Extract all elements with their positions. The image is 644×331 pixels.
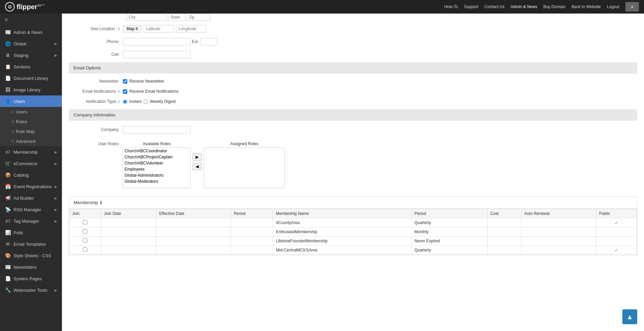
phone-input[interactable] <box>123 38 191 45</box>
sidebar-label-event-registrations: Event Registrations <box>14 184 52 189</box>
sidebar-item-rss-manager[interactable]: 📡 RSS Manager ▶ <box>0 204 62 215</box>
users-submenu: Users Roles Role Map Advanced <box>0 107 62 146</box>
nav-admin-news[interactable]: Admin & News <box>511 4 537 9</box>
remove-role-button[interactable]: ◀ <box>193 163 202 170</box>
email-options-section: Email Options Newsletter: Receive Newsle… <box>69 62 637 105</box>
table-row: Mid-CentralMCKSArea Quarterly ✓ <box>69 246 637 255</box>
membership-info-icon[interactable]: ℹ <box>100 200 102 205</box>
period2-1: Monthly <box>412 227 487 237</box>
sidebar-item-email-templates[interactable]: ✉ Email Templates <box>0 238 62 250</box>
public-1 <box>596 227 637 237</box>
roles-container: Available Roles ChurchABCCoordinator Chu… <box>123 141 285 188</box>
state-input[interactable] <box>168 14 185 21</box>
instant-radio[interactable] <box>123 100 127 104</box>
nav-logout[interactable]: Logout <box>607 4 619 9</box>
sidebar-item-membership[interactable]: 🏷 Membership ▶ <box>0 146 62 158</box>
nav-how-to[interactable]: How-To <box>444 4 458 9</box>
city-input[interactable] <box>126 14 167 21</box>
sidebar-item-tag-manager[interactable]: 🏷 Tag Manager ▶ <box>0 215 62 227</box>
top-nav-links: How-To Support Contact Us Admin & News B… <box>444 2 639 12</box>
sidebar-label-email-templates: Email Templates <box>14 242 46 247</box>
sidebar-item-system-pages[interactable]: 📄 System Pages <box>0 273 62 284</box>
notification-type-label: Notification Type: ℹ <box>69 99 123 104</box>
join-checkbox-0[interactable] <box>83 220 87 224</box>
tag-manager-icon: 🏷 <box>5 218 11 224</box>
back-to-top-button[interactable]: ▲ <box>622 309 637 324</box>
image-library-icon: 🖼 <box>5 87 11 92</box>
nav-support[interactable]: Support <box>464 4 478 9</box>
role-option[interactable]: ChurchABCProjectCaptain <box>123 154 190 160</box>
sidebar-item-ecommerce[interactable]: 🛒 eCommerce ▶ <box>0 158 62 169</box>
join-checkbox-3[interactable] <box>83 247 87 252</box>
zip-input[interactable] <box>186 14 210 21</box>
newsletter-label: Newsletter: <box>69 79 123 84</box>
dot-role-map <box>12 130 14 133</box>
user-avatar[interactable]: A <box>625 2 639 12</box>
company-section: Company Information Company: <box>69 109 637 135</box>
nav-buy-domain[interactable]: Buy Domain <box>543 4 565 9</box>
sidebar-item-document-library[interactable]: 📄 Document Library <box>0 72 62 84</box>
sidebar-sub-role-map[interactable]: Role Map <box>0 127 62 136</box>
weekly-digest-radio[interactable] <box>143 100 148 104</box>
sidebar-item-admin-news[interactable]: 📰 Admin & News <box>0 26 62 38</box>
sidebar-item-image-library[interactable]: 🖼 Image Library <box>0 84 62 95</box>
map-it-button[interactable]: Map It <box>123 25 141 32</box>
sidebar-item-catalog[interactable]: 📦 Catalog <box>0 169 62 181</box>
ext-input[interactable] <box>200 38 217 45</box>
users-icon: 👤 <box>5 98 11 104</box>
sidebar-item-style-sheets[interactable]: 🎨 Style Sheets - CSS <box>0 250 62 261</box>
period2-2: Never Expired <box>412 237 487 246</box>
cell-input[interactable] <box>123 51 191 58</box>
membership-name-3: Mid-CentralMCKSArea <box>273 246 412 255</box>
phone-inputs: Ext. <box>123 38 217 45</box>
role-option[interactable]: Global-Administrators <box>123 172 190 178</box>
sidebar-item-sections[interactable]: 📋 Sections <box>0 61 62 72</box>
sidebar-label-sections: Sections <box>14 64 30 69</box>
role-option[interactable]: Global-Moderators <box>123 178 190 184</box>
receive-email-notifications-label: Receive Email Notifications <box>129 89 178 94</box>
notif-type-info-icon[interactable]: ℹ <box>118 100 119 104</box>
available-roles-listbox[interactable]: ChurchABCCoordinator ChurchABCProjectCap… <box>123 148 191 188</box>
sidebar-item-staging[interactable]: 🖥 Staging ▶ <box>0 49 62 61</box>
sub-label-users: Users <box>16 109 27 114</box>
sidebar-label-admin-news: Admin & News <box>14 30 42 35</box>
notification-type-row: Notification Type: ℹ Instant Weekly Dige… <box>69 98 637 105</box>
email-notif-info-icon[interactable]: ℹ <box>118 89 119 93</box>
table-header-row: Join Join Date Effective Date Period Mem… <box>69 209 637 218</box>
receive-email-notifications-checkbox[interactable] <box>123 89 127 94</box>
sidebar-item-ad-builder[interactable]: 📢 Ad Builder ▶ <box>0 192 62 204</box>
event-registrations-icon: 📅 <box>5 184 11 189</box>
sidebar: ≡ 📰 Admin & News 🌐 Global ▶ 🖥 Staging ▶ … <box>0 14 62 331</box>
sidebar-sub-users[interactable]: Users <box>0 107 62 117</box>
sidebar-hamburger[interactable]: ≡ <box>0 14 62 26</box>
sidebar-item-users[interactable]: 👤 Users ▼ <box>0 95 62 107</box>
assigned-roles-listbox[interactable] <box>204 148 285 188</box>
sidebar-sub-roles[interactable]: Roles <box>0 117 62 127</box>
sidebar-item-webmaster-tools[interactable]: 🔧 Webmaster Tools ▶ <box>0 284 62 296</box>
sidebar-item-polls[interactable]: 📊 Polls <box>0 227 62 238</box>
public-check: ✓ <box>615 247 619 253</box>
nav-back-to-website[interactable]: Back to Website <box>572 4 601 9</box>
sidebar-item-event-registrations[interactable]: 📅 Event Registrations ▶ <box>0 181 62 192</box>
sidebar-label-ecommerce: eCommerce <box>14 161 38 166</box>
sidebar-sub-advanced[interactable]: Advanced <box>0 136 62 146</box>
role-option[interactable]: ChurchABCCoordinator <box>123 148 190 154</box>
staging-arrow: ▶ <box>54 53 57 57</box>
add-role-button[interactable]: ▶ <box>193 153 202 161</box>
geo-info-icon[interactable]: ℹ <box>118 27 119 31</box>
receive-newsletter-checkbox[interactable] <box>123 79 127 84</box>
longitude-input[interactable] <box>176 25 206 32</box>
join-checkbox-2[interactable] <box>83 238 87 243</box>
join-checkbox-1[interactable] <box>83 229 87 234</box>
latitude-input[interactable] <box>143 25 174 32</box>
nav-contact-us[interactable]: Contact Us <box>484 4 504 9</box>
sidebar-item-global[interactable]: 🌐 Global ▶ <box>0 38 62 49</box>
geo-label: Geo Location : ℹ <box>69 26 123 31</box>
period1-3 <box>231 246 273 255</box>
role-option[interactable]: ChurchABCVolunteer <box>123 160 190 166</box>
sidebar-label-system-pages: System Pages <box>14 276 42 281</box>
sidebar-item-newsletters[interactable]: 📰 Newsletters <box>0 261 62 273</box>
role-option[interactable]: Employees <box>123 166 190 172</box>
company-input[interactable] <box>123 126 191 133</box>
dot-roles <box>12 120 14 123</box>
